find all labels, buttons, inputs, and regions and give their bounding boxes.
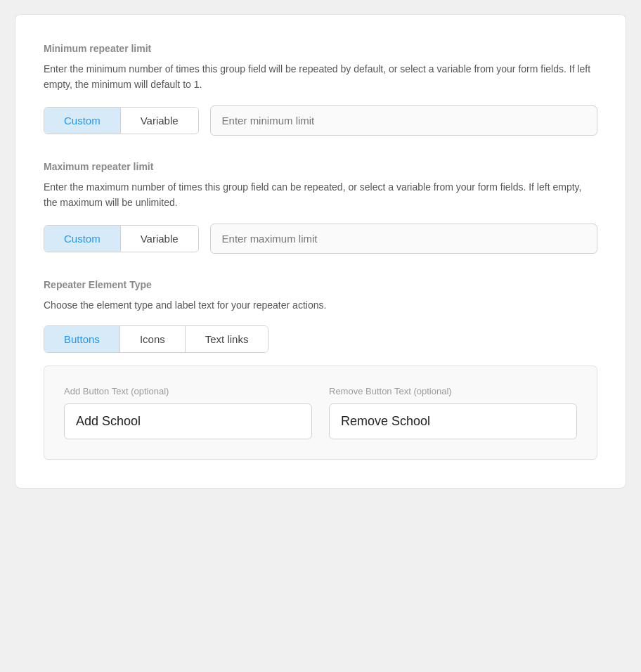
minimum-limit-input[interactable]: [210, 105, 597, 136]
minimum-toggle-group: Custom Variable: [44, 107, 199, 134]
text-links-btn[interactable]: Text links: [186, 326, 268, 352]
element-type-title: Repeater Element Type: [44, 279, 597, 290]
remove-button-input[interactable]: [329, 403, 577, 439]
maximum-toggle-group: Custom Variable: [44, 225, 199, 252]
main-card: Minimum repeater limit Enter the minimum…: [15, 14, 626, 489]
element-type-section: Repeater Element Type Choose the element…: [44, 279, 597, 460]
maximum-variable-btn[interactable]: Variable: [121, 226, 198, 252]
add-button-col: Add Button Text (optional): [64, 386, 312, 439]
maximum-custom-btn[interactable]: Custom: [44, 226, 121, 252]
maximum-input-row: Custom Variable: [44, 224, 597, 254]
element-type-toggle-group: Buttons Icons Text links: [44, 325, 268, 353]
remove-button-label: Remove Button Text (optional): [329, 386, 577, 396]
remove-button-col: Remove Button Text (optional): [329, 386, 577, 439]
minimum-input-row: Custom Variable: [44, 105, 597, 136]
element-type-description: Choose the element type and label text f…: [44, 297, 597, 313]
minimum-variable-btn[interactable]: Variable: [121, 108, 198, 134]
add-button-label: Add Button Text (optional): [64, 386, 312, 396]
add-button-input[interactable]: [64, 403, 312, 439]
maximum-title: Maximum repeater limit: [44, 161, 597, 172]
minimum-description: Enter the minimum number of times this g…: [44, 61, 597, 93]
minimum-section: Minimum repeater limit Enter the minimum…: [44, 43, 597, 136]
minimum-custom-btn[interactable]: Custom: [44, 108, 121, 134]
button-text-box: Add Button Text (optional) Remove Button…: [44, 366, 597, 460]
icons-btn[interactable]: Icons: [120, 326, 186, 352]
buttons-btn[interactable]: Buttons: [44, 326, 120, 352]
maximum-description: Enter the maximum number of times this g…: [44, 179, 597, 211]
maximum-limit-input[interactable]: [210, 224, 597, 254]
maximum-section: Maximum repeater limit Enter the maximum…: [44, 161, 597, 254]
minimum-title: Minimum repeater limit: [44, 43, 597, 54]
